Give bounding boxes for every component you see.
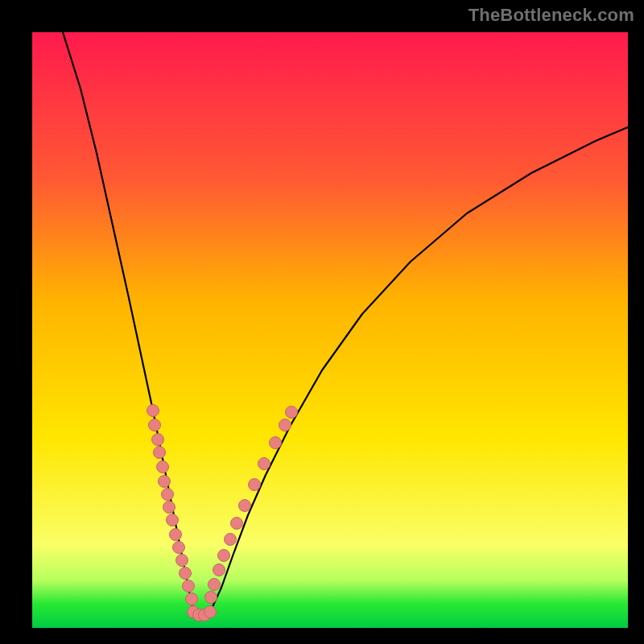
data-dot (213, 564, 225, 576)
data-dot (218, 550, 230, 562)
data-dot (159, 476, 171, 488)
data-dot (149, 419, 161, 431)
data-dot (279, 419, 291, 431)
data-dot (180, 568, 192, 580)
data-dot (186, 593, 198, 605)
data-dot (154, 447, 166, 459)
chart-frame: TheBottleneck.com (0, 0, 644, 644)
data-dot (239, 500, 251, 512)
gradient-background (32, 32, 628, 628)
plot-area (32, 32, 628, 628)
data-dot (208, 579, 221, 591)
data-dot (225, 534, 237, 546)
data-dot (170, 529, 182, 541)
data-dot (167, 514, 179, 526)
data-dot (249, 479, 261, 491)
data-dot (157, 461, 169, 473)
data-dot (163, 502, 175, 514)
data-dot (204, 606, 217, 618)
data-dot (176, 555, 188, 567)
data-dot (258, 458, 270, 470)
data-dot (147, 405, 159, 417)
data-dot (270, 437, 282, 449)
data-dot (231, 518, 243, 530)
chart-svg (32, 32, 628, 628)
watermark-text: TheBottleneck.com (469, 5, 634, 26)
data-dot (173, 542, 185, 554)
data-dot (286, 407, 298, 419)
data-dot (205, 592, 217, 604)
data-dot (183, 580, 195, 592)
data-dot (152, 434, 164, 446)
data-dot (162, 489, 174, 501)
